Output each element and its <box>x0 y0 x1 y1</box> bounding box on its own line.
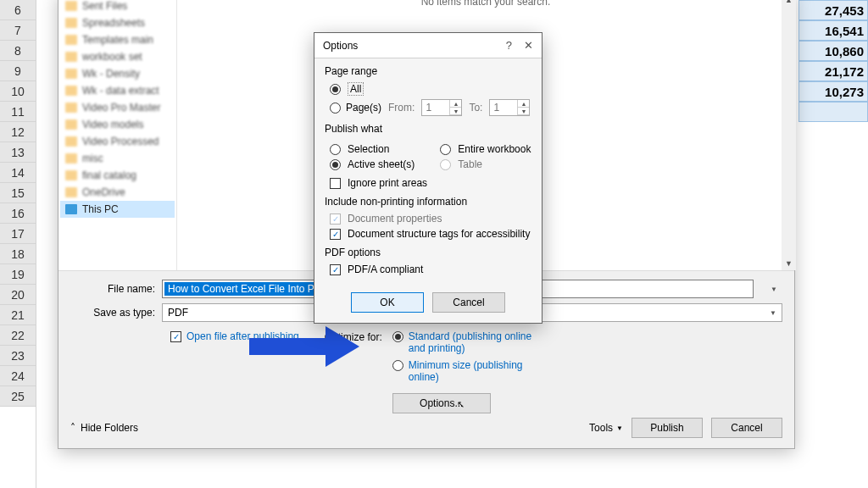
tools-menu[interactable]: Tools ▼ <box>589 422 623 434</box>
nav-item[interactable]: OneDrive <box>60 184 175 201</box>
row-header[interactable]: 24 <box>0 366 36 386</box>
optimize-standard-label: Standard (publishing online and printing… <box>409 330 536 354</box>
cell-value[interactable]: 10,860 <box>798 41 868 61</box>
publish-button[interactable]: Publish <box>632 418 703 438</box>
entire-workbook-radio[interactable]: Entire workbook <box>440 143 531 155</box>
radio-icon <box>392 331 403 342</box>
nav-item-this-pc[interactable]: This PC <box>60 201 175 218</box>
folder-icon <box>65 119 77 130</box>
nav-item[interactable]: Wk - Density <box>60 65 175 82</box>
row-header[interactable]: 8 <box>0 41 36 61</box>
radio-icon <box>330 103 341 114</box>
row-header[interactable]: 6 <box>0 0 36 20</box>
row-header[interactable]: 18 <box>0 244 36 264</box>
row-header[interactable]: 7 <box>0 20 36 41</box>
nav-item[interactable]: Video Processed <box>60 133 175 150</box>
folder-icon <box>65 153 77 164</box>
checkbox-icon: ✓ <box>330 214 341 225</box>
chevron-down-icon[interactable]: ▼ <box>766 306 780 319</box>
selection-radio[interactable]: Selection <box>330 143 415 155</box>
non-printing-label: Include non-printing information <box>325 196 531 208</box>
row-header[interactable]: 19 <box>0 264 36 285</box>
spin-up-icon[interactable]: ▲ <box>518 100 529 108</box>
row-header[interactable]: 10 <box>0 81 36 102</box>
options-dialog-titlebar[interactable]: Options ? ✕ <box>314 33 542 58</box>
radio-icon <box>330 159 341 170</box>
cursor-icon: ↖ <box>457 399 465 410</box>
folder-icon <box>65 187 77 197</box>
row-header[interactable]: 22 <box>0 325 36 346</box>
page-range-pages-radio[interactable]: Page(s) <box>330 102 381 114</box>
folder-icon <box>65 1 77 11</box>
row-header[interactable]: 13 <box>0 142 36 163</box>
row-header[interactable]: 23 <box>0 346 36 366</box>
checkbox-icon <box>330 178 341 189</box>
active-sheets-radio[interactable]: Active sheet(s) <box>330 158 415 170</box>
nav-item[interactable]: Video models <box>60 116 175 133</box>
hide-folders-button[interactable]: ˄ Hide Folders <box>70 422 138 434</box>
nav-item[interactable]: Video Pro Master <box>60 99 175 116</box>
nav-item[interactable]: misc <box>60 150 175 167</box>
file-name-value: How to Convert Excel File Into PDF <box>164 282 331 296</box>
nav-scrollbar[interactable]: ▲ ▼ <box>782 0 796 270</box>
spin-up-icon[interactable]: ▲ <box>450 100 461 108</box>
row-header[interactable]: 21 <box>0 305 36 325</box>
nav-item[interactable]: Sent Files <box>60 0 175 14</box>
folder-icon <box>65 35 77 45</box>
checkbox-icon: ✓ <box>170 331 181 342</box>
row-header[interactable]: 9 <box>0 61 36 81</box>
row-header[interactable]: 15 <box>0 183 36 203</box>
row-header[interactable]: 25 <box>0 386 36 407</box>
row-header[interactable]: 11 <box>0 102 36 122</box>
nav-item[interactable]: Spreadsheets <box>60 14 175 31</box>
optimize-standard-radio[interactable]: Standard (publishing online and printing… <box>392 330 536 354</box>
radio-icon <box>392 360 403 371</box>
cell-value[interactable]: 21,172 <box>798 61 868 81</box>
spin-down-icon[interactable]: ▼ <box>518 108 529 115</box>
nav-item[interactable]: Wk - data extract <box>60 82 175 99</box>
cell-value[interactable]: 10,273 <box>798 81 868 102</box>
row-header[interactable]: 20 <box>0 285 36 305</box>
folder-navigation-pane[interactable]: Sent Files Spreadsheets Templates main w… <box>58 0 177 270</box>
cell-value[interactable]: 27,453 <box>798 0 868 20</box>
folder-icon <box>65 86 77 96</box>
from-spinner[interactable]: 1▲▼ <box>421 99 462 116</box>
folder-icon <box>65 136 77 147</box>
options-cancel-button[interactable]: Cancel <box>432 292 505 313</box>
pdfa-compliant-checkbox[interactable]: ✓PDF/A compliant <box>330 263 531 275</box>
cell-empty[interactable] <box>798 102 868 122</box>
row-header[interactable]: 16 <box>0 203 36 224</box>
help-icon[interactable]: ? <box>506 39 512 52</box>
scroll-down-icon[interactable]: ▼ <box>782 256 796 270</box>
chevron-up-icon: ˄ <box>70 422 75 434</box>
ok-button[interactable]: OK <box>351 292 424 313</box>
this-pc-icon <box>65 204 77 214</box>
row-header[interactable]: 12 <box>0 122 36 142</box>
no-items-message: No items match your search. <box>421 0 551 8</box>
cell-value[interactable]: 16,541 <box>798 20 868 41</box>
nav-item[interactable]: final catalog <box>60 167 175 184</box>
folder-icon <box>65 170 77 180</box>
file-name-label: File name: <box>70 283 162 295</box>
close-icon[interactable]: ✕ <box>524 39 533 52</box>
row-header[interactable]: 14 <box>0 163 36 183</box>
scroll-up-icon[interactable]: ▲ <box>782 0 796 7</box>
folder-icon <box>65 69 77 79</box>
ignore-print-areas-checkbox[interactable]: Ignore print areas <box>330 177 531 189</box>
spin-down-icon[interactable]: ▼ <box>450 108 461 115</box>
checkbox-icon: ✓ <box>330 264 341 275</box>
row-header[interactable]: 17 <box>0 224 36 244</box>
structure-tags-checkbox[interactable]: ✓Document structure tags for accessibili… <box>330 228 531 240</box>
cancel-button[interactable]: Cancel <box>711 418 782 438</box>
radio-icon <box>440 144 451 155</box>
tools-label: Tools <box>589 422 613 434</box>
nav-item[interactable]: Templates main <box>60 31 175 48</box>
nav-item[interactable]: workbook set <box>60 48 175 65</box>
to-spinner[interactable]: 1▲▼ <box>489 99 530 116</box>
page-range-all-radio[interactable]: All <box>330 82 531 96</box>
options-button[interactable]: Options... ↖ <box>392 393 491 413</box>
page-range-all-label: All <box>348 82 364 96</box>
non-printing-group: Include non-printing information ✓Docume… <box>325 196 531 240</box>
optimize-minimum-radio[interactable]: Minimum size (publishing online) <box>392 359 536 383</box>
chevron-down-icon[interactable]: ▼ <box>767 281 781 297</box>
